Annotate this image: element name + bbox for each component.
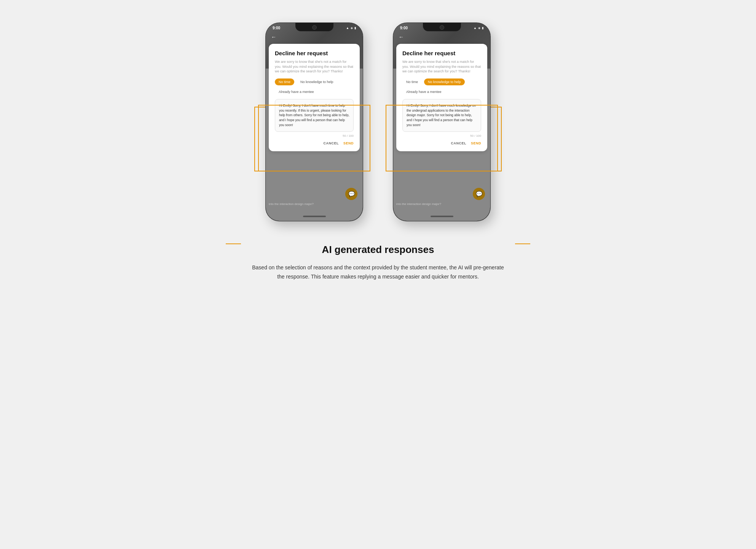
phone-2-response-text[interactable]: Hi Emily! Sorry, I don't have much knowl… xyxy=(402,99,481,132)
signal-icon-2: ▲ xyxy=(474,26,477,30)
phone-1-status-icons: ▲ ◈ ▮ xyxy=(346,26,356,30)
phone-1-notch xyxy=(295,23,333,31)
phone-1-fab[interactable]: 💬 xyxy=(345,188,357,200)
phone-1-chips-row1: No time No knowledge to help xyxy=(275,78,354,85)
wifi-icon: ◈ xyxy=(351,26,353,30)
phone-1: 9:00 ▲ ◈ ▮ ← Decline her request We are … xyxy=(266,23,363,221)
phone-2-fab[interactable]: 💬 xyxy=(473,188,485,200)
battery-icon-2: ▮ xyxy=(482,26,483,30)
signal-icon: ▲ xyxy=(346,26,349,30)
phone-2-screen-bottom: into the interaction design major? xyxy=(396,202,487,206)
section-title: AI generated responses xyxy=(249,244,507,256)
phone-1-nav: ← xyxy=(271,34,276,40)
phone-2-wrapper: 9:00 ▲ ◈ ▮ ← Decline her request We are … xyxy=(393,23,490,221)
phone-2-modal-title: Decline her request xyxy=(402,50,481,56)
wifi-icon-2: ◈ xyxy=(478,26,480,30)
phone-1-chip-noknowledge[interactable]: No knowledge to help xyxy=(297,78,337,85)
orange-line-right xyxy=(515,243,530,244)
section-bottom: AI generated responses Based on the sele… xyxy=(249,244,507,282)
phone-1-chip-mentee[interactable]: Already have a mentee xyxy=(275,88,318,95)
back-arrow-icon[interactable]: ← xyxy=(271,34,276,40)
phone-1-wrapper: 9:00 ▲ ◈ ▮ ← Decline her request We are … xyxy=(266,23,363,221)
bracket-left-decoration xyxy=(254,107,266,171)
phone-2-chip-notime[interactable]: No time xyxy=(402,78,422,85)
orange-line-left xyxy=(226,243,241,244)
phone-2-char-count: 50 / 100 xyxy=(402,134,481,138)
phone-2-screen: 9:00 ▲ ◈ ▮ ← Decline her request We are … xyxy=(393,23,490,221)
phone-1-chip-notime[interactable]: No time xyxy=(275,78,294,85)
phone-1-screen: 9:00 ▲ ◈ ▮ ← Decline her request We are … xyxy=(266,23,363,221)
phone-2-bottom-text: into the interaction design major? xyxy=(396,202,441,206)
phone-1-char-count: 50 / 100 xyxy=(275,134,354,138)
phone-1-screen-bottom: into the interaction design major? xyxy=(269,202,360,206)
phones-section: 9:00 ▲ ◈ ▮ ← Decline her request We are … xyxy=(266,23,490,221)
phone-1-home-indicator xyxy=(303,216,326,217)
section-description: Based on the selection of reasons and th… xyxy=(249,263,507,282)
phone-2-chips-row1: No time No knowledge to help xyxy=(402,78,481,85)
phone-2: 9:00 ▲ ◈ ▮ ← Decline her request We are … xyxy=(393,23,490,221)
phone-2-chip-mentee[interactable]: Already have a mentee xyxy=(402,88,445,95)
phone-2-home-indicator xyxy=(431,216,453,217)
battery-icon: ▮ xyxy=(354,26,356,30)
phone-1-cancel-button[interactable]: CANCEL xyxy=(323,141,339,145)
phone-2-modal-actions: CANCEL SEND xyxy=(402,141,481,145)
phone-2-modal-desc: We are sorry to know that she's not a ma… xyxy=(402,59,481,74)
phone-1-modal-actions: CANCEL SEND xyxy=(275,141,354,145)
phone-2-send-button[interactable]: SEND xyxy=(471,141,481,145)
phone-1-chips-row2: Already have a mentee xyxy=(275,88,354,95)
phone-1-bottom-text: into the interaction design major? xyxy=(269,202,314,206)
phone-1-modal-title: Decline her request xyxy=(275,50,354,56)
phone-2-status-icons: ▲ ◈ ▮ xyxy=(474,26,483,30)
chat-icon-2: 💬 xyxy=(476,191,482,197)
phone-1-time: 9:00 xyxy=(273,26,280,30)
phone-1-send-button[interactable]: SEND xyxy=(343,141,354,145)
phone-2-modal: Decline her request We are sorry to know… xyxy=(396,44,487,151)
bracket-right-decoration xyxy=(490,107,502,171)
phone-2-time: 9:00 xyxy=(400,26,408,30)
phone-1-response-text[interactable]: Hi Emily! Sorry, I don't have much time … xyxy=(275,99,354,132)
chat-icon: 💬 xyxy=(348,191,355,197)
phone-2-nav: ← xyxy=(399,34,404,40)
back-arrow-icon-2[interactable]: ← xyxy=(399,34,404,40)
phone-2-notch xyxy=(423,23,461,31)
phone-2-chips-row2: Already have a mentee xyxy=(402,88,481,95)
phone-1-modal: Decline her request We are sorry to know… xyxy=(269,44,360,151)
phone-1-modal-desc: We are sorry to know that she's not a ma… xyxy=(275,59,354,74)
phone-2-chip-noknowledge[interactable]: No knowledge to help xyxy=(424,78,465,85)
phone-2-cancel-button[interactable]: CANCEL xyxy=(451,141,466,145)
